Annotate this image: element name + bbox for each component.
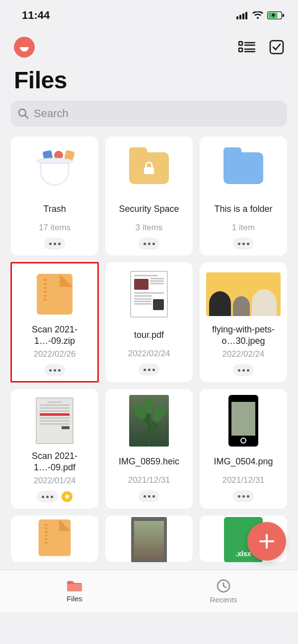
more-icon[interactable] [139,238,159,250]
video-thumbnail [131,517,167,562]
pdf-thumbnail [130,271,168,318]
page-title: Files [0,63,298,101]
svg-line-15 [25,116,28,118]
tile-img-0859[interactable]: IMG_0859.heic 2021/12/31 [105,389,193,509]
device-margin [0,612,298,644]
tile-tour-pdf[interactable]: tour.pdf 2022/02/24 [105,262,193,382]
tab-label: Files [67,594,82,603]
tab-bar: Files Recents [0,570,298,612]
svg-rect-16 [144,167,154,174]
select-icon[interactable] [269,40,284,55]
tile-name: IMG_0504.png [211,451,276,472]
more-icon[interactable] [233,238,254,250]
tile-meta: 1 item [232,223,255,233]
status-bar: 11:44 [0,0,298,25]
tile-scan-pdf[interactable]: Scan 2021-1…-09.pdf 2022/01/24 [11,389,98,509]
zip-file-icon [39,519,71,556]
more-icon[interactable] [44,364,65,376]
tile-meta: 17 items [39,223,71,233]
tile-meta: 2022/02/26 [33,349,75,359]
tile-name: This is a folder [211,198,275,220]
tile-zip-scan[interactable]: Scan 2021-1…-09.zip 2022/02/26 [11,262,98,382]
svg-point-14 [19,109,26,116]
svg-rect-6 [283,14,284,17]
star-badge-icon [62,491,73,502]
svg-rect-2 [242,13,244,19]
tile-partial[interactable] [105,515,193,562]
trash-icon [36,151,73,186]
folder-icon [224,152,263,184]
status-icons [236,11,284,19]
tab-recents[interactable]: Recents [149,570,298,612]
tile-meta: 2021/12/31 [128,475,170,485]
svg-rect-13 [270,41,283,54]
folder-icon [66,580,83,592]
tile-name: tour.pdf [131,324,167,346]
ext-label: .xlsx [235,550,251,558]
image-thumbnail [129,395,169,447]
svg-rect-3 [245,12,247,19]
app-logo[interactable] [14,37,35,58]
svg-point-19 [145,398,153,414]
tab-label: Recents [210,595,237,604]
clock-icon [216,579,231,593]
status-time: 11:44 [22,9,50,22]
cellular-icon [236,11,248,19]
more-icon[interactable] [139,364,159,376]
battery-charging-icon [267,11,284,19]
tile-name: flying-with-pets-o…30.jpeg [203,324,284,346]
tile-partial[interactable] [11,515,98,562]
zip-file-icon [37,274,73,315]
tile-meta: 2022/02/24 [128,349,170,359]
tab-files[interactable]: Files [0,570,149,612]
plus-icon [257,532,276,551]
tile-name: IMG_0859.heic [116,451,182,472]
tile-meta: 2022/01/24 [33,476,75,486]
more-icon[interactable] [44,238,65,250]
tile-name: Scan 2021-1…-09.pdf [14,451,95,473]
tile-flying-pets[interactable]: flying-with-pets-o…30.jpeg 2022/02/24 [200,262,287,382]
tile-security-space[interactable]: Security Space 3 items [105,136,193,256]
search-input[interactable]: Search [11,101,287,127]
svg-rect-7 [239,42,242,45]
search-icon [18,108,29,119]
folder-lock-icon [129,152,169,184]
tile-meta: 3 items [136,223,163,233]
tile-trash[interactable]: Trash 17 items [11,136,98,256]
tile-meta: 2021/12/31 [222,475,264,485]
header [0,25,298,63]
search-placeholder: Search [34,107,69,120]
tile-meta: 2022/02/24 [222,349,264,359]
tile-img-0504[interactable]: IMG_0504.png 2021/12/31 [200,389,287,509]
tile-name: Trash [40,198,69,220]
tile-name: Scan 2021-1…-09.zip [14,324,95,346]
more-icon[interactable] [139,490,159,502]
tile-name: Security Space [116,198,182,220]
more-icon[interactable] [233,490,254,502]
image-thumbnail [228,395,258,447]
image-thumbnail [206,272,281,316]
list-view-icon[interactable] [238,41,255,54]
more-icon[interactable] [233,364,254,376]
svg-rect-8 [239,48,242,52]
wifi-icon [252,11,263,19]
svg-rect-0 [236,16,238,19]
pdf-scan-thumbnail [36,397,74,444]
more-icon[interactable] [37,491,58,503]
svg-rect-1 [239,15,241,19]
tile-folder[interactable]: This is a folder 1 item [200,136,287,256]
add-button[interactable] [247,522,286,561]
